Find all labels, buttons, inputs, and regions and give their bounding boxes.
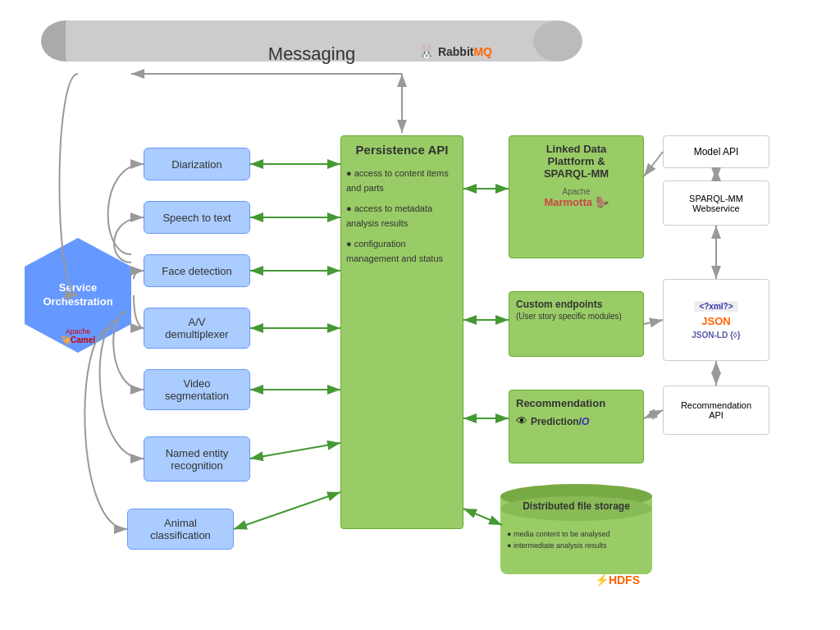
recommendation-box: Recommendation 👁 PredictionIO bbox=[509, 390, 644, 463]
linked-data-title: Linked DataPlattform &SPARQL-MM bbox=[516, 143, 637, 180]
marmotta-text: Marmotta 🦫 bbox=[544, 196, 608, 208]
persistence-item-3: ● configuration management and status bbox=[346, 237, 458, 266]
persistence-title: Persistence API bbox=[341, 136, 463, 160]
apache-text: Apache bbox=[66, 327, 91, 336]
hexagon-label: ServiceOrchestration bbox=[43, 281, 112, 309]
named-entity-label: Named entity recognition bbox=[166, 447, 229, 472]
custom-endpoints-sub: (User story specific modules) bbox=[516, 312, 637, 321]
face-detection-box: Face detection bbox=[144, 254, 250, 287]
persistence-api-box: Persistence API ● access to content item… bbox=[340, 135, 463, 529]
rabbitmq-icon: 🐰 bbox=[418, 44, 435, 58]
recommendation-api-box: Recommendation API bbox=[663, 386, 769, 435]
speech-to-text-label: Speech to text bbox=[162, 212, 231, 224]
apache-marmotta-text: Apache bbox=[563, 187, 591, 196]
persistence-item-1: ● access to content items and parts bbox=[346, 167, 458, 195]
named-persistence-arrow bbox=[250, 443, 340, 459]
av-demux-label: A/V demultiplexer bbox=[165, 316, 228, 340]
service-orchestration-hexagon: ServiceOrchestration Apache 🐪Camel bbox=[25, 238, 131, 353]
model-api-label: Model API bbox=[694, 146, 739, 158]
persistence-items: ● access to content items and parts ● ac… bbox=[341, 160, 463, 273]
model-api-box: Model API bbox=[663, 135, 769, 168]
persistence-item-2: ● access to metadata analysis results bbox=[346, 202, 458, 231]
camel-text: 🐪Camel bbox=[61, 336, 95, 345]
messaging-label: Messaging bbox=[268, 43, 355, 65]
predictionio-icon: 👁 bbox=[516, 414, 531, 427]
storage-title: Distributed file storage bbox=[523, 500, 630, 512]
persistence-storage-arrow bbox=[463, 509, 502, 525]
rabbitmq-logo: 🐰 RabbitMQ bbox=[418, 43, 492, 59]
av-demux-box: A/V demultiplexer bbox=[144, 308, 250, 349]
animal-class-box: Animal classification bbox=[127, 509, 234, 550]
storage-label: Distributed file storage bbox=[500, 500, 652, 514]
predictionio-logo: 👁 PredictionIO bbox=[516, 414, 637, 427]
marmotta-logo: Apache Marmotta 🦫 bbox=[516, 186, 637, 208]
diarization-box: Diarization bbox=[144, 148, 250, 180]
architecture-diagram: Messaging 🐰 RabbitMQ ServiceOrchestratio… bbox=[0, 0, 840, 630]
named-entity-box: Named entity recognition bbox=[144, 436, 250, 482]
orch-av-arrow bbox=[134, 295, 144, 328]
speech-to-text-box: Speech to text bbox=[144, 201, 250, 234]
video-seg-label: Video segmentation bbox=[165, 377, 229, 402]
jsonld-label: JSON-LD {◊} bbox=[692, 331, 740, 340]
orch-face-arrow bbox=[134, 271, 144, 279]
format-box: <?xml?> JSON JSON-LD {◊} bbox=[663, 279, 769, 361]
orch-animal-arrow bbox=[84, 328, 127, 529]
recommendation-api-label: Recommendation API bbox=[681, 400, 751, 420]
io-text: IO bbox=[579, 416, 590, 427]
storage-bullet-1: ● media content to be analysed bbox=[507, 529, 610, 541]
linked-data-box: Linked DataPlattform &SPARQL-MM Apache M… bbox=[509, 135, 644, 258]
diarization-label: Diarization bbox=[171, 158, 221, 171]
prediction-text: Prediction bbox=[531, 416, 579, 427]
xml-label: <?xml?> bbox=[694, 301, 737, 312]
face-detection-label: Face detection bbox=[162, 265, 231, 277]
sparql-webservice-box: SPARQL-MM Webservice bbox=[663, 180, 769, 226]
animal-persistence-arrow bbox=[234, 492, 340, 529]
animal-class-label: Animal classification bbox=[150, 517, 211, 541]
rec-recapi-arrow bbox=[644, 410, 663, 418]
rabbitmq-mq: MQ bbox=[473, 45, 492, 58]
rabbitmq-name: Rabbit bbox=[438, 45, 474, 58]
sparql-ws-label: SPARQL-MM Webservice bbox=[689, 194, 743, 213]
storage-cylinder: Distributed file storage ● media content… bbox=[500, 484, 652, 591]
storage-bullets: ● media content to be analysed ● interme… bbox=[507, 529, 610, 551]
cylinder-body: Messaging 🐰 RabbitMQ bbox=[66, 21, 558, 62]
custom-format-arrow bbox=[644, 320, 663, 324]
video-seg-box: Video segmentation bbox=[144, 369, 250, 410]
custom-endpoints-box: Custom endpoints (User story specific mo… bbox=[509, 291, 644, 357]
cylinder-right-cap bbox=[533, 21, 582, 62]
recommendation-title: Recommendation bbox=[516, 397, 637, 409]
linked-model-arrow bbox=[644, 152, 663, 176]
messaging-cylinder: Messaging 🐰 RabbitMQ bbox=[41, 8, 582, 74]
hdfs-text: ⚡HDFS bbox=[595, 573, 640, 587]
json-label: JSON bbox=[701, 315, 730, 327]
apache-camel-logo: Apache 🐪Camel bbox=[61, 327, 95, 345]
hdfs-logo: ⚡HDFS bbox=[595, 573, 640, 587]
custom-endpoints-title: Custom endpoints bbox=[516, 299, 637, 310]
storage-bullet-2: ● intermediate analysis results bbox=[507, 541, 610, 552]
